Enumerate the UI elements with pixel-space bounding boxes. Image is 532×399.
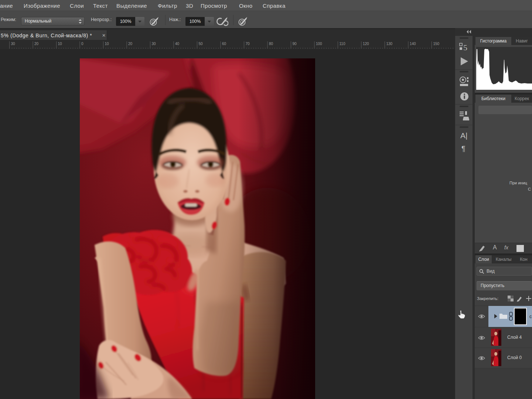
svg-text:20: 20 [128, 42, 133, 46]
svg-text:0: 0 [81, 42, 83, 46]
svg-text:60: 60 [222, 42, 226, 46]
svg-text:50: 50 [199, 42, 203, 46]
svg-text:90: 90 [293, 42, 297, 46]
svg-text:30: 30 [11, 42, 16, 46]
svg-text:110: 110 [340, 42, 345, 46]
svg-text:80: 80 [269, 42, 273, 46]
svg-text:130: 130 [386, 42, 393, 46]
svg-text:40: 40 [175, 42, 180, 46]
svg-text:30: 30 [152, 42, 156, 46]
svg-text:100: 100 [316, 42, 322, 46]
svg-text:140: 140 [410, 42, 416, 46]
svg-text:5: 5 [463, 43, 467, 52]
svg-text:10: 10 [105, 42, 109, 46]
svg-text:10: 10 [58, 42, 62, 46]
svg-text:150: 150 [433, 42, 440, 46]
svg-text:70: 70 [246, 42, 250, 46]
svg-text:120: 120 [363, 42, 369, 46]
svg-text:20: 20 [34, 42, 39, 46]
